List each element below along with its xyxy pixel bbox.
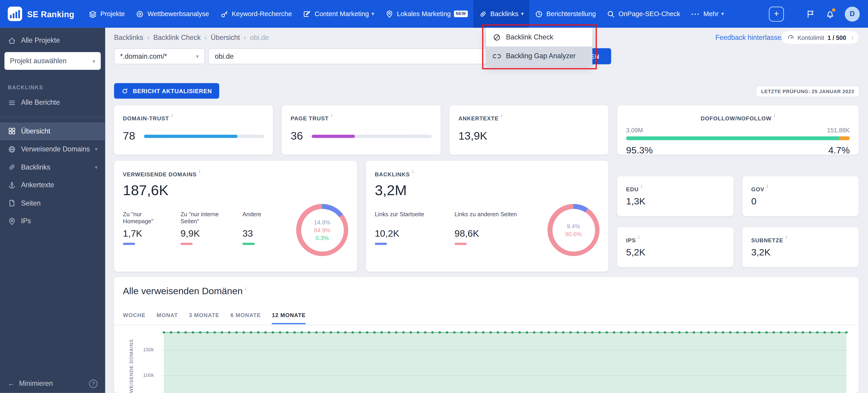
info-icon: i — [774, 112, 775, 118]
pink-tick — [180, 243, 193, 245]
avatar-initial: D — [850, 10, 855, 18]
nav-mehr[interactable]: ··· Mehr ▾ — [686, 0, 730, 28]
info-icon: i — [767, 184, 768, 189]
nav-onpage-seo-check[interactable]: OnPage-SEO-Check — [601, 0, 686, 28]
edu-value: 1,3K — [626, 196, 646, 207]
breakdown-value: 9,9K — [180, 228, 231, 239]
dofollow-count: 3,09M — [626, 127, 643, 134]
info-icon: i — [245, 286, 246, 292]
chart-period-tabs: WOCHE MONAT 3 MONATE 6 MONATE 12 MONATE — [123, 312, 317, 324]
tab-12-monate[interactable]: 12 MONATE — [272, 312, 306, 324]
breadcrumb-separator-icon: › — [244, 34, 246, 41]
breadcrumb-backlinks[interactable]: Backlinks — [114, 34, 143, 41]
blue-tick — [375, 243, 387, 245]
menu-item-backlink-check[interactable]: Backlink Check — [486, 28, 592, 47]
nav-label: Backlinks — [490, 10, 519, 18]
key-icon — [220, 10, 228, 18]
nav-backlinks[interactable]: Backlinks ▾ — [473, 0, 529, 28]
info-icon: i — [412, 168, 413, 174]
sidebar-item-alle-berichte[interactable]: Alle Berichte — [0, 93, 105, 112]
feedback-link[interactable]: Feedback hinterlassen — [715, 34, 785, 41]
nav-berichterstellung[interactable]: Berichterstellung — [529, 0, 601, 28]
sidebar-item-ips[interactable]: IPs — [0, 213, 105, 230]
chevron-down-icon: ▾ — [95, 146, 97, 152]
breadcrumb-current: obi.de — [250, 34, 269, 41]
sidebar-item-label: Alle Berichte — [21, 99, 60, 107]
menu-item-backlink-gap-analyzer[interactable]: Backling Gap Analyzer — [486, 47, 592, 65]
donut-center: 14.8% 84.9% 0.3% — [301, 209, 343, 251]
donut-label-blue: 14.8% — [314, 218, 331, 226]
chart-y-axis-title: VERWEISENDE DOMAINS — [128, 339, 134, 393]
dofollow-nofollow-bar — [626, 136, 850, 140]
nav-lokales-marketing[interactable]: Lokales Marketing NEW — [380, 0, 473, 28]
breakdown-value: 33 — [243, 228, 276, 239]
sidebar-item-verweisende-domains[interactable]: Verweisende Domains ▾ — [0, 140, 105, 158]
nav-wettbewerbsanalyse[interactable]: Wettbewerbsanalyse — [130, 0, 215, 28]
breadcrumb-uebersicht[interactable]: Übersicht — [211, 34, 240, 41]
backlinks-donut-chart: 9.4% 90.6% — [548, 204, 599, 256]
user-avatar[interactable]: D — [845, 6, 860, 21]
sidebar-item-ankertexte[interactable]: Ankertexte — [0, 176, 105, 194]
add-project-button[interactable]: + — [769, 6, 784, 21]
project-select[interactable]: Projekt auswählen ▾ — [4, 52, 101, 70]
domain-scope-select[interactable]: *.domain.com/* ▾ — [114, 48, 205, 64]
ips-value: 5,2K — [626, 247, 646, 258]
nav-keyword-recherche[interactable]: Keyword-Recherche — [215, 0, 298, 28]
flag-button[interactable] — [806, 9, 815, 19]
refresh-icon — [121, 87, 128, 94]
project-select-value: Projekt auswählen — [10, 57, 67, 65]
page-trust-value: 36 — [291, 130, 303, 143]
tab-monat[interactable]: MONAT — [157, 312, 178, 324]
notifications-button[interactable] — [826, 9, 835, 19]
overview-grid-icon — [8, 127, 16, 136]
breakdown-value: 98,6K — [455, 228, 525, 239]
account-limit-badge[interactable]: Kontolimit 1 / 500 i — [781, 31, 859, 44]
backlinks-card: BACKLINKSi 3,2M Links zur Startseite 10,… — [366, 161, 608, 272]
nav-label: Mehr — [704, 10, 719, 18]
flag-icon — [806, 9, 815, 19]
info-icon: i — [331, 112, 332, 118]
subnets-label: SUBNETZE — [751, 237, 783, 244]
sidebar-item-seiten[interactable]: Seiten — [0, 194, 105, 212]
chart-title: Alle verweisenden Domäneni — [123, 286, 246, 297]
nofollow-bar-segment — [839, 136, 850, 140]
sidebar-minimize[interactable]: ← Minimieren ? — [0, 376, 105, 391]
anchor-texts-label: ANKERTEXTE — [459, 115, 499, 121]
sidebar-item-uebersicht[interactable]: Übersicht — [0, 122, 105, 140]
nav-content-marketing[interactable]: Content Marketing ▾ — [298, 0, 380, 28]
info-icon: i — [501, 112, 502, 118]
referring-domains-breakdown: Zu "nur Homepage" 1,7K Zu "nur interne S… — [123, 210, 276, 245]
tab-3-monate[interactable]: 3 MONATE — [189, 312, 219, 324]
breakdown-col-andere-seiten: Links zu anderen Seiten 98,6K — [455, 210, 525, 245]
subnets-card: SUBNETZEi 3,2K — [742, 227, 859, 267]
breadcrumb: Backlinks › Backlink Check › Übersicht ›… — [114, 34, 269, 41]
tab-6-monate[interactable]: 6 MONATE — [230, 312, 261, 324]
sidebar-all-projects[interactable]: Alle Projekte — [0, 32, 105, 49]
page-trust-bar — [312, 135, 432, 138]
notification-dot — [832, 7, 836, 12]
pink-tick — [455, 243, 467, 245]
link-icon — [8, 163, 16, 172]
backlinks-breakdown: Links zur Startseite 10,2K Links zu ande… — [375, 210, 525, 245]
help-icon[interactable]: ? — [89, 380, 98, 388]
sidebar-item-backlinks[interactable]: Backlinks ▾ — [0, 158, 105, 176]
breakdown-label: Zu "nur Homepage" — [123, 210, 169, 227]
breadcrumb-backlink-check[interactable]: Backlink Check — [153, 34, 200, 41]
brand[interactable]: SE Ranking — [0, 0, 83, 28]
nav-right-controls: + D — [769, 6, 868, 21]
breakdown-label: Links zur Startseite — [375, 210, 434, 227]
tab-woche[interactable]: WOCHE — [123, 312, 146, 324]
backlinks-label: BACKLINKS — [375, 171, 410, 177]
nav-label: Wettbewerbsanalyse — [147, 10, 209, 18]
breakdown-col-startseite: Links zur Startseite 10,2K — [375, 210, 434, 245]
y-tick-150k: 150k — [138, 347, 154, 353]
clock-icon — [535, 10, 543, 18]
nav-label: Berichterstellung — [546, 10, 596, 18]
sidebar-item-label: Übersicht — [21, 128, 50, 135]
nav-projekte[interactable]: Projekte — [83, 0, 130, 28]
nav-label: Keyword-Recherche — [231, 10, 292, 18]
menu-item-label: Backling Gap Analyzer — [506, 52, 576, 60]
info-icon: i — [852, 35, 853, 40]
update-report-button[interactable]: BERICHT AKTUALISIEREN — [114, 83, 219, 99]
limit-value: 1 / 500 — [828, 34, 846, 40]
